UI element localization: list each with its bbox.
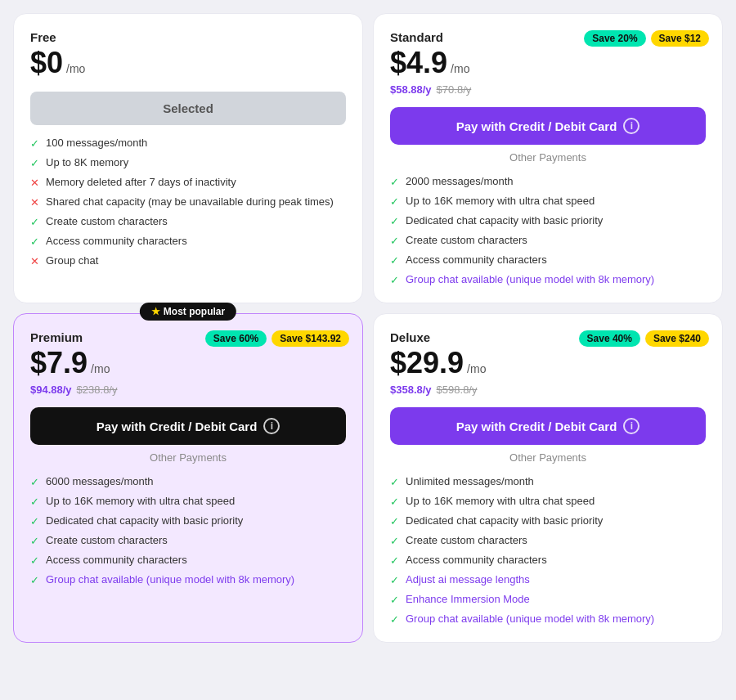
feature-item: ✕ Group chat <box>30 254 346 267</box>
selected-button[interactable]: Selected <box>30 92 346 125</box>
feature-item: ✓ Create custom characters <box>390 234 706 247</box>
check-icon: ✓ <box>390 515 399 527</box>
yearly-original: $598.8/y <box>437 384 478 396</box>
feature-text: Dedicated chat capacity with basic prior… <box>46 514 243 527</box>
price-row: $0 /mo <box>30 46 346 80</box>
info-icon: i <box>623 418 640 434</box>
check-icon: ✓ <box>390 176 399 188</box>
feature-item: ✓ Up to 8K memory <box>30 156 346 169</box>
features-list: ✓ Unlimited messages/month ✓ Up to 16K m… <box>390 475 706 626</box>
features-list: ✓ 2000 messages/month ✓ Up to 16K memory… <box>390 175 706 286</box>
badge-yellow: Save $12 <box>651 30 709 47</box>
price-row: $4.9 /mo <box>390 46 706 80</box>
plan-price: $7.9 <box>30 346 88 380</box>
feature-item: ✓ Up to 16K memory with ultra chat speed <box>390 495 706 508</box>
plan-card-deluxe: Save 40%Save $240Deluxe $29.9 /mo $358.8… <box>373 313 723 643</box>
other-payments[interactable]: Other Payments <box>390 451 706 464</box>
feature-item: ✓ Group chat available (unique model wit… <box>390 273 706 286</box>
yearly-original: $238.8/y <box>77 384 118 396</box>
plan-period: /mo <box>451 62 469 75</box>
check-icon: ✓ <box>390 574 399 586</box>
info-icon: i <box>263 418 280 434</box>
badge-yellow: Save $240 <box>645 330 709 347</box>
check-icon: ✓ <box>30 515 39 527</box>
other-payments[interactable]: Other Payments <box>390 151 706 164</box>
feature-text: Shared chat capacity (may be unavailable… <box>46 195 334 208</box>
pricing-grid: Free $0 /mo Selected ✓ 100 messages/mont… <box>13 13 723 643</box>
plan-price: $4.9 <box>390 46 447 80</box>
feature-text: Create custom characters <box>406 534 527 546</box>
feature-item: ✓ Group chat available (unique model wit… <box>30 573 346 586</box>
feature-text: Create custom characters <box>46 534 168 546</box>
badge-green: Save 40% <box>579 330 640 347</box>
badge-green: Save 20% <box>584 30 645 47</box>
check-icon: ✓ <box>390 554 399 567</box>
check-icon: ✓ <box>30 574 39 586</box>
feature-text: Dedicated chat capacity with basic prior… <box>406 514 603 527</box>
plan-card-standard: Save 20%Save $12Standard $4.9 /mo $58.88… <box>373 13 723 303</box>
feature-text: Up to 16K memory with ultra chat speed <box>46 495 235 507</box>
price-row: $29.9 /mo <box>390 346 706 380</box>
info-icon: i <box>623 118 640 134</box>
plan-price: $29.9 <box>390 346 464 380</box>
check-icon: ✓ <box>30 157 39 169</box>
feature-item: ✓ Enhance Immersion Mode <box>390 593 706 606</box>
feature-text: Memory deleted after 7 days of inactivit… <box>46 176 236 188</box>
feature-text: Create custom characters <box>46 215 168 227</box>
plan-period: /mo <box>91 362 110 375</box>
yearly-discounted: $358.8/y <box>390 384 432 396</box>
yearly-pricing: $58.88/y $70.8/y <box>390 83 706 96</box>
feature-text: Group chat available (unique model with … <box>46 573 294 586</box>
feature-item: ✓ 2000 messages/month <box>390 175 706 188</box>
pay-button-label: Pay with Credit / Debit Card <box>96 420 258 433</box>
feature-text: Access community characters <box>46 235 187 247</box>
feature-text: Dedicated chat capacity with basic prior… <box>406 214 603 227</box>
feature-text: 6000 messages/month <box>46 475 154 487</box>
other-payments[interactable]: Other Payments <box>30 451 346 464</box>
yearly-discounted: $58.88/y <box>390 83 432 96</box>
plan-card-premium: ★ Most popular Save 60%Save $143.92Premi… <box>13 313 363 643</box>
feature-text: Create custom characters <box>406 234 527 246</box>
check-icon: ✓ <box>390 215 399 227</box>
feature-item: ✕ Memory deleted after 7 days of inactiv… <box>30 176 346 189</box>
pay-button[interactable]: Pay with Credit / Debit Card i <box>390 407 706 445</box>
plan-period: /mo <box>66 62 85 75</box>
price-row: $7.9 /mo <box>30 346 346 380</box>
feature-item: ✓ Dedicated chat capacity with basic pri… <box>390 214 706 227</box>
feature-text: Access community characters <box>46 554 187 566</box>
feature-item: ✓ Access community characters <box>390 554 706 567</box>
yearly-pricing: $94.88/y $238.8/y <box>30 384 346 396</box>
feature-item: ✓ Access community characters <box>30 235 346 248</box>
badge-yellow: Save $143.92 <box>272 330 349 347</box>
feature-text: Access community characters <box>406 554 547 566</box>
feature-text: Unlimited messages/month <box>406 475 534 487</box>
most-popular-label: Most popular <box>164 306 225 317</box>
badges-container: Save 20%Save $12 <box>584 30 709 47</box>
feature-text: 2000 messages/month <box>406 175 514 187</box>
feature-item: ✓ Dedicated chat capacity with basic pri… <box>30 514 346 527</box>
yearly-pricing: $358.8/y $598.8/y <box>390 384 706 396</box>
feature-text: Up to 16K memory with ultra chat speed <box>406 495 595 507</box>
badges-container: Save 40%Save $240 <box>579 330 709 347</box>
check-icon: ✓ <box>390 235 399 247</box>
pay-button[interactable]: Pay with Credit / Debit Card i <box>390 107 706 145</box>
plan-price: $0 <box>30 46 63 80</box>
feature-text: Group chat available (unique model with … <box>406 273 654 285</box>
check-icon: ✓ <box>30 554 39 567</box>
plan-period: /mo <box>467 362 486 375</box>
check-icon: ✓ <box>30 236 39 248</box>
feature-item: ✓ Group chat available (unique model wit… <box>390 612 706 626</box>
check-icon: ✓ <box>390 535 399 547</box>
feature-text: Up to 16K memory with ultra chat speed <box>406 195 595 207</box>
pay-button[interactable]: Pay with Credit / Debit Card i <box>30 407 346 445</box>
features-list: ✓ 6000 messages/month ✓ Up to 16K memory… <box>30 475 346 586</box>
feature-item: ✓ Unlimited messages/month <box>390 475 706 488</box>
feature-item: ✓ Access community characters <box>390 254 706 267</box>
feature-item: ✓ Up to 16K memory with ultra chat speed <box>390 195 706 208</box>
check-icon: ✓ <box>30 216 39 228</box>
feature-item: ✓ Access community characters <box>30 554 346 567</box>
yearly-original: $70.8/y <box>437 83 472 96</box>
check-icon: ✓ <box>390 476 399 488</box>
feature-text: Up to 8K memory <box>46 156 128 168</box>
feature-item: ✓ Adjust ai message lengths <box>390 573 706 586</box>
